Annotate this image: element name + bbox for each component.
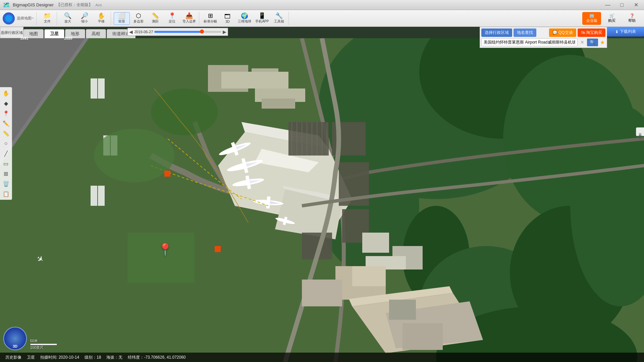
region-tab-button[interactable]: 选择行政区域 bbox=[481, 28, 512, 37]
maximize-button[interactable]: □ bbox=[615, 1, 629, 9]
locate-button[interactable]: 📍 定位 bbox=[164, 12, 180, 25]
app-icon: 🗺️ bbox=[3, 1, 10, 9]
timeline-fill bbox=[154, 31, 201, 33]
map-canvas[interactable]: 📍 ✈ bbox=[0, 38, 644, 362]
status-coordinates: 经纬度：-73.706626, 41.072060 bbox=[128, 355, 185, 360]
line-tool[interactable]: ╱ bbox=[1, 149, 11, 158]
placename-tab-button[interactable]: 地名查找 bbox=[514, 28, 536, 37]
app-title: BigmapGIS Designer bbox=[13, 2, 54, 7]
svg-rect-72 bbox=[389, 300, 416, 320]
right-expand-tab[interactable]: 工具列表 bbox=[636, 127, 644, 136]
svg-rect-63 bbox=[221, 72, 288, 88]
select-tool[interactable]: ◆ bbox=[1, 99, 11, 108]
help-button[interactable]: ❓ 帮助 bbox=[623, 12, 641, 25]
pan-button[interactable]: ✋ 平移 bbox=[93, 12, 109, 25]
search-button[interactable]: 🔍 bbox=[587, 39, 598, 46]
file-group: 📁 文件 bbox=[38, 12, 57, 25]
tools-label: 工具箱 bbox=[274, 19, 284, 24]
status-history: 历史影像 bbox=[5, 355, 21, 360]
tab-elevation[interactable]: 高程 bbox=[86, 29, 106, 38]
scale-bar: 50米 100英尺 bbox=[30, 339, 57, 350]
import-label: 导入边界 bbox=[182, 19, 196, 24]
enterprise-label: 企业版 bbox=[586, 18, 597, 23]
hand-tool[interactable]: ✋ bbox=[1, 88, 11, 98]
box-tool[interactable]: ⊞ bbox=[1, 169, 11, 178]
edit-tool[interactable]: ✏️ bbox=[1, 119, 11, 128]
download-icon: ⬇ bbox=[615, 29, 619, 34]
tools-icon: 🔧 bbox=[275, 13, 283, 19]
qq-exchange-button[interactable]: 💬 QQ交谈 bbox=[549, 28, 576, 37]
search-input[interactable] bbox=[481, 38, 578, 46]
erase-tool[interactable]: 🗑️ bbox=[1, 179, 11, 188]
file-button[interactable]: 📁 文件 bbox=[39, 12, 55, 25]
select-region-label: 选择行政区域 bbox=[1, 30, 23, 35]
favorite-button[interactable]: ★ bbox=[599, 39, 605, 46]
phone-app-button[interactable]: 📱 手机APP bbox=[254, 12, 270, 25]
close-button[interactable]: ✕ bbox=[629, 1, 643, 9]
svg-rect-15 bbox=[91, 186, 97, 206]
locate-icon: 📍 bbox=[168, 13, 176, 19]
timeline-thumb[interactable] bbox=[200, 29, 204, 34]
timeline: ◀ 2019-06-27 ▶ bbox=[127, 28, 228, 36]
rectangle-icon: ⬜ bbox=[118, 13, 125, 19]
download-list-button[interactable]: ⬇ 下载列表 bbox=[607, 27, 644, 37]
help-icon: ❓ bbox=[630, 13, 635, 18]
zoom-out-button[interactable]: 🔎 缩小 bbox=[76, 12, 93, 25]
three-d-button[interactable]: 🗔 3D bbox=[219, 12, 235, 25]
import-boundary-button[interactable]: 📥 导入边界 bbox=[181, 12, 198, 25]
left-sidebar: ✋ ◆ 📍 ✏️ 📏 ○ ╱ ▭ ⊞ 🗑️ 📋 bbox=[0, 87, 12, 200]
zoom-in-button[interactable]: 🔍 放大 bbox=[60, 12, 76, 25]
layers-tool[interactable]: 📋 bbox=[1, 189, 11, 198]
tools-button[interactable]: 🔧 工具箱 bbox=[271, 12, 287, 25]
timeline-track[interactable] bbox=[154, 31, 221, 33]
marker-split-label: 标准分幅 bbox=[204, 19, 217, 24]
svg-rect-68 bbox=[302, 280, 342, 306]
search-panel: 选择行政区域 地名查找 💬 QQ交谈 🛍 淘宝购买 ✕ 🔍 ★ bbox=[480, 27, 607, 48]
taobao-icon: 🛍 bbox=[581, 30, 585, 35]
enterprise-button[interactable]: 🏢 企业版 bbox=[582, 12, 601, 25]
svg-point-59 bbox=[151, 88, 218, 135]
minimap[interactable]: 3D bbox=[3, 327, 27, 350]
polygon-button[interactable]: ⬡ 多边形 bbox=[130, 12, 147, 25]
globe-label: 三维地球 bbox=[238, 19, 251, 24]
measure-button[interactable]: 📏 测距 bbox=[147, 12, 163, 25]
timeline-date: 2019-06-27 bbox=[134, 30, 153, 34]
pan-icon: ✋ bbox=[98, 13, 105, 19]
minimize-button[interactable]: — bbox=[601, 1, 614, 9]
svg-rect-67 bbox=[352, 266, 386, 286]
pin-tool[interactable]: 📍 bbox=[1, 109, 11, 118]
timeline-prev[interactable]: ◀ bbox=[129, 29, 133, 35]
titlebar: 🗺️ BigmapGIS Designer 【已授权：全能版】 Aint — □… bbox=[0, 0, 644, 10]
marker-split-button[interactable]: ⊞ 标准分幅 bbox=[202, 12, 219, 25]
globe-button[interactable]: 🌍 三维地球 bbox=[236, 12, 253, 25]
svg-rect-14 bbox=[98, 186, 105, 206]
circle-tool[interactable]: ○ bbox=[1, 139, 11, 148]
status-level: 级别：18 bbox=[85, 355, 101, 360]
draw-group: ⬜ 矩形 ⬡ 多边形 📏 测距 📍 定位 📥 导入边界 bbox=[112, 12, 199, 25]
qq-icon: 💬 bbox=[552, 30, 557, 35]
status-capture-time: 拍摄时间: 2020-10-14 bbox=[40, 355, 79, 360]
svg-rect-73 bbox=[402, 323, 443, 350]
rectangle-tool[interactable]: ▭ bbox=[1, 159, 11, 168]
timeline-next[interactable]: ▶ bbox=[223, 29, 226, 35]
toolbar: 🌐 选择地图~ 📁 文件 🔍 放大 🔎 缩小 ✋ 平移 ⬜ 矩形 ⬡ 多边形 bbox=[0, 10, 644, 27]
year-end-label: 2020 bbox=[64, 36, 72, 40]
import-icon: 📥 bbox=[185, 13, 193, 19]
taobao-buy-button[interactable]: 🛍 淘宝购买 bbox=[578, 28, 605, 37]
zoom-out-icon: 🔎 bbox=[81, 13, 88, 19]
buy-label: 购买 bbox=[608, 18, 615, 23]
clear-button[interactable]: ✕ bbox=[579, 40, 586, 45]
svg-rect-23 bbox=[288, 122, 329, 156]
select-map-label: 选择地图~ bbox=[17, 16, 34, 21]
rectangle-button[interactable]: ⬜ 矩形 bbox=[114, 12, 130, 25]
svg-rect-65 bbox=[262, 99, 295, 109]
location-marker: 📍 bbox=[158, 243, 173, 257]
panel-tabs: 选择行政区域 地名查找 💬 QQ交谈 🛍 淘宝购买 bbox=[481, 28, 605, 37]
user-info: Aint bbox=[95, 3, 102, 7]
zoom-group: 🔍 放大 🔎 缩小 ✋ 平移 bbox=[58, 12, 111, 25]
pan-label: 平移 bbox=[98, 19, 105, 24]
ruler-tool[interactable]: 📏 bbox=[1, 129, 11, 138]
three-d-label: 3D bbox=[225, 20, 230, 23]
buy-button[interactable]: 🛒 购买 bbox=[602, 12, 621, 25]
enterprise-icon: 🏢 bbox=[589, 13, 594, 18]
